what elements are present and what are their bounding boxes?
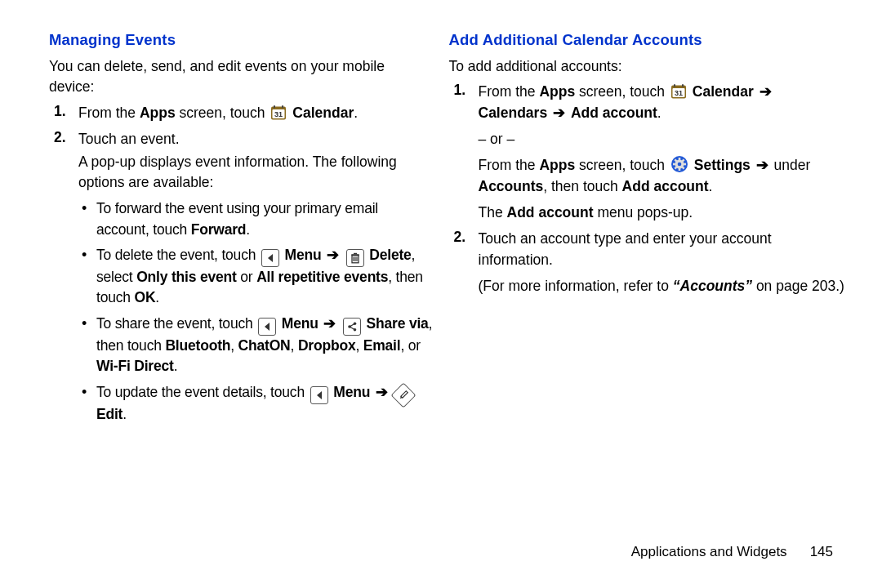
- text: .: [174, 358, 178, 374]
- apps-label: Apps: [140, 105, 176, 121]
- bullet-forward: • To forward the event using your primar…: [78, 198, 433, 240]
- text: ,: [291, 337, 298, 354]
- text: .: [122, 406, 127, 422]
- dropbox-label: Dropbox: [298, 337, 356, 354]
- text: screen, touch: [575, 157, 669, 173]
- text: ,: [230, 337, 238, 354]
- svg-rect-19: [674, 84, 675, 87]
- calendar-icon: 31: [670, 83, 687, 100]
- delete-label: Delete: [369, 247, 411, 263]
- text: , or: [400, 337, 421, 354]
- trash-icon: [346, 249, 364, 267]
- svg-line-14: [350, 323, 355, 327]
- bullet-marker: •: [78, 314, 96, 377]
- step-1-right: 1. From the Apps screen, touch 31 Calend…: [449, 82, 846, 223]
- text: To delete the event, touch: [96, 247, 260, 263]
- step-2-right: 2. Touch an account type and enter your …: [449, 229, 846, 297]
- svg-rect-24: [679, 158, 681, 160]
- ok-label: OK: [134, 289, 155, 305]
- add-account-label: Add account: [507, 204, 594, 220]
- text: To share the event, touch: [96, 315, 256, 332]
- heading-add-accounts: Add Additional Calendar Accounts: [449, 31, 846, 49]
- menu-back-icon: [310, 386, 328, 404]
- footer-section: Applications and Widgets: [631, 544, 787, 560]
- text: on page 203.): [752, 278, 844, 294]
- text: ,: [355, 337, 363, 354]
- arrow-icon: ➔: [374, 384, 390, 400]
- svg-rect-26: [673, 163, 675, 166]
- svg-rect-27: [684, 163, 686, 166]
- svg-rect-10: [354, 253, 357, 255]
- all-repetitive-label: All repetitive events: [256, 269, 388, 285]
- intro-right: To add additional accounts:: [449, 56, 846, 77]
- svg-text:31: 31: [274, 109, 283, 118]
- text: From the: [479, 83, 540, 100]
- bullet-marker: •: [78, 382, 96, 425]
- text: Touch an account type and enter your acc…: [479, 229, 846, 271]
- calendar-label: Calendar: [693, 83, 754, 100]
- heading-managing-events: Managing Events: [49, 31, 433, 49]
- bullet-share: • To share the event, touch Menu ➔ Share…: [78, 314, 433, 377]
- text: screen, touch: [176, 105, 270, 121]
- accounts-ref: “Accounts”: [673, 278, 752, 294]
- text: (For more information, refer to: [479, 278, 673, 294]
- step-2-left: 2. Touch an event. A pop-up displays eve…: [49, 129, 433, 430]
- text: screen, touch: [575, 83, 669, 100]
- text: The: [479, 204, 507, 220]
- bullet-marker: •: [78, 245, 96, 309]
- forward-label: Forward: [191, 221, 247, 238]
- text: .: [354, 105, 358, 121]
- text: .: [246, 221, 250, 238]
- step-number: 2.: [49, 129, 78, 430]
- svg-rect-3: [282, 105, 283, 109]
- intro-left: You can delete, send, and edit events on…: [49, 56, 433, 98]
- menu-label: Menu: [285, 247, 322, 263]
- bullet-marker: •: [78, 198, 96, 240]
- step-1-left: 1. From the Apps screen, touch 31 Calend…: [49, 103, 433, 124]
- bullet-delete: • To delete the event, touch Menu ➔ Dele…: [78, 245, 433, 309]
- only-this-event-label: Only this event: [136, 269, 236, 285]
- step-number: 1.: [49, 103, 78, 124]
- arrow-icon: ➔: [325, 247, 341, 263]
- svg-point-32: [678, 163, 682, 167]
- menu-label: Menu: [333, 384, 370, 400]
- bluetooth-label: Bluetooth: [165, 337, 230, 354]
- footer-page-number: 145: [810, 544, 833, 560]
- step-number: 2.: [449, 229, 479, 297]
- text: .: [709, 178, 713, 194]
- calendar-icon: 31: [270, 105, 287, 121]
- svg-rect-9: [351, 254, 359, 256]
- text: menu pops-up.: [594, 204, 693, 220]
- text: To update the event details, touch: [96, 384, 309, 400]
- menu-back-icon: [258, 318, 276, 336]
- text: From the: [78, 105, 140, 121]
- settings-label: Settings: [694, 157, 751, 173]
- arrow-icon: ➔: [322, 315, 337, 332]
- page-footer: Applications and Widgets 145: [631, 544, 833, 560]
- calendar-label: Calendar: [292, 105, 354, 121]
- accounts-label: Accounts: [479, 178, 544, 194]
- svg-rect-2: [274, 105, 275, 109]
- text: under: [770, 157, 811, 173]
- email-label: Email: [363, 337, 401, 354]
- bullet-edit: • To update the event details, touch Men…: [78, 382, 433, 425]
- svg-line-15: [350, 327, 355, 330]
- menu-back-icon: [261, 249, 279, 267]
- apps-label: Apps: [539, 157, 575, 173]
- text: Touch an event.: [78, 129, 433, 150]
- text: , then touch: [543, 178, 621, 194]
- share-via-label: Share via: [367, 315, 429, 332]
- svg-rect-25: [679, 168, 681, 171]
- step-number: 1.: [449, 82, 479, 223]
- apps-label: Apps: [539, 83, 575, 100]
- share-icon: [343, 318, 361, 336]
- text: From the: [479, 157, 540, 173]
- text: or: [237, 269, 257, 285]
- arrow-icon: ➔: [551, 105, 567, 121]
- svg-rect-16: [401, 390, 408, 397]
- add-account-label: Add account: [622, 178, 709, 194]
- text: .: [155, 289, 159, 305]
- edit-pencil-icon: [391, 382, 416, 408]
- svg-rect-20: [682, 84, 684, 87]
- svg-text:31: 31: [675, 89, 683, 97]
